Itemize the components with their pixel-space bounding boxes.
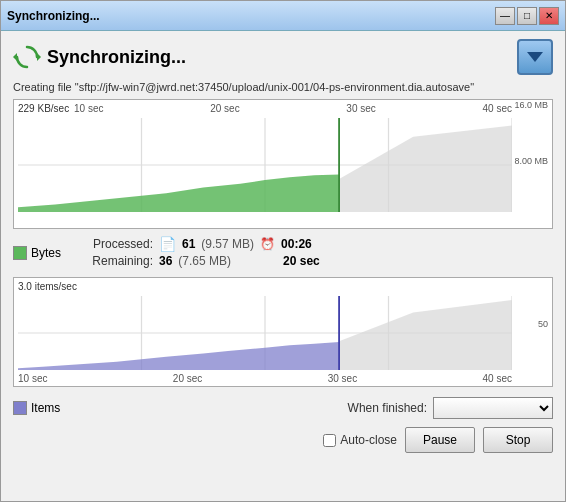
- items-legend-label: Items: [31, 401, 60, 415]
- main-window: Synchronizing... — □ ✕ Synchronizing...: [0, 0, 566, 502]
- clock-icon: ⏰: [260, 237, 275, 251]
- status-text: Creating file "sftp://jfw-win7@jwrd.net:…: [13, 81, 553, 93]
- items-time-3: 30 sec: [328, 373, 357, 384]
- window-title: Synchronizing...: [7, 9, 100, 23]
- file-icon: 📄: [159, 236, 176, 252]
- title-bar: Synchronizing... — □ ✕: [1, 1, 565, 31]
- items-y-2: 50: [538, 319, 548, 329]
- minimize-button[interactable]: —: [495, 7, 515, 25]
- items-legend-box: [13, 401, 27, 415]
- autoclose-checkbox[interactable]: [323, 434, 336, 447]
- bytes-chart-area: [18, 118, 512, 212]
- title-group: Synchronizing...: [13, 43, 186, 71]
- remaining-size: (7.65 MB): [178, 254, 231, 268]
- svg-marker-16: [18, 342, 339, 370]
- remaining-row: Remaining: 36 (7.65 MB) 20 sec: [83, 254, 553, 268]
- svg-marker-1: [13, 53, 17, 61]
- bytes-time-axis: 10 sec 20 sec 30 sec 40 sec: [74, 103, 512, 114]
- svg-marker-7: [339, 126, 512, 212]
- window-controls: — □ ✕: [495, 7, 559, 25]
- sync-icon: [13, 43, 41, 71]
- footer-controls: Items When finished: Do nothing Exit app…: [13, 391, 553, 421]
- bytes-time-2: 20 sec: [210, 103, 239, 114]
- svg-marker-0: [37, 53, 41, 61]
- when-finished-select[interactable]: Do nothing Exit application: [433, 397, 553, 419]
- bytes-time-3: 30 sec: [346, 103, 375, 114]
- items-chart-area: [18, 296, 512, 370]
- when-finished-select-wrapper: Do nothing Exit application: [433, 397, 553, 419]
- bytes-legend: Bytes: [13, 246, 73, 260]
- svg-marker-8: [18, 174, 339, 212]
- bytes-time-4: 40 sec: [483, 103, 512, 114]
- legend-items-row: Items: [13, 401, 73, 415]
- items-legend: Items: [13, 401, 73, 415]
- pause-button[interactable]: Pause: [405, 427, 475, 453]
- download-button[interactable]: [517, 39, 553, 75]
- bytes-y-2: 8.00 MB: [514, 156, 548, 166]
- bytes-legend-label: Bytes: [31, 246, 61, 260]
- items-chart-panel: 3.0 items/sec 50: [13, 277, 553, 387]
- when-finished-group: When finished: Do nothing Exit applicati…: [348, 397, 553, 419]
- items-y-axis: 50: [538, 278, 548, 370]
- items-time-4: 40 sec: [483, 373, 512, 384]
- remaining-count: 36: [159, 254, 172, 268]
- maximize-button[interactable]: □: [517, 7, 537, 25]
- processed-size: (9.57 MB): [201, 237, 254, 251]
- processed-count: 61: [182, 237, 195, 251]
- bytes-legend-box: [13, 246, 27, 260]
- svg-marker-15: [339, 300, 512, 370]
- app-title: Synchronizing...: [47, 47, 186, 68]
- items-time-2: 20 sec: [173, 373, 202, 384]
- items-bottom-axis: 10 sec 20 sec 30 sec 40 sec: [18, 373, 512, 384]
- remaining-label: Remaining:: [83, 254, 153, 268]
- remaining-time: 20 sec: [283, 254, 320, 268]
- content-area: Synchronizing... Creating file "sftp://j…: [1, 31, 565, 501]
- items-time-1: 10 sec: [18, 373, 47, 384]
- bytes-y-axis: 16.0 MB 8.00 MB: [514, 100, 548, 212]
- stats-row: Bytes Processed: 📄 61 (9.57 MB) ⏰ 00:26 …: [13, 233, 553, 273]
- processed-label: Processed:: [83, 237, 153, 251]
- when-finished-label: When finished:: [348, 401, 427, 415]
- stats-table: Processed: 📄 61 (9.57 MB) ⏰ 00:26 Remain…: [83, 236, 553, 270]
- bytes-speed-label: 229 KB/sec: [18, 103, 69, 114]
- action-row: Auto-close Pause Stop: [13, 425, 553, 457]
- bytes-chart-panel: 229 KB/sec 10 sec 20 sec 30 sec 40 sec 1…: [13, 99, 553, 229]
- header-area: Synchronizing...: [13, 39, 553, 75]
- items-speed-label: 3.0 items/sec: [18, 281, 77, 292]
- autoclose-text: Auto-close: [340, 433, 397, 447]
- autoclose-label[interactable]: Auto-close: [323, 433, 397, 447]
- stop-button[interactable]: Stop: [483, 427, 553, 453]
- processed-row: Processed: 📄 61 (9.57 MB) ⏰ 00:26: [83, 236, 553, 252]
- close-button[interactable]: ✕: [539, 7, 559, 25]
- elapsed-time: 00:26: [281, 237, 312, 251]
- bytes-time-1: 10 sec: [74, 103, 103, 114]
- download-arrow-icon: [527, 52, 543, 62]
- bytes-y-1: 16.0 MB: [514, 100, 548, 110]
